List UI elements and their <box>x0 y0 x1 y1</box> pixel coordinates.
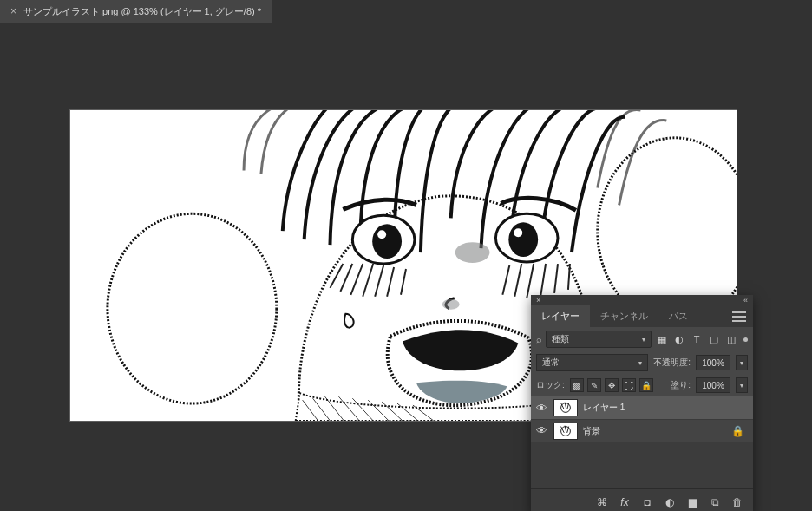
tab-layers[interactable]: レイヤー <box>531 305 590 327</box>
lock-row: ロック: ▩ ✎ ✥ ⛶ 🔒 塗り: 100% ▾ <box>531 374 753 396</box>
fill-label: 塗り: <box>671 379 691 391</box>
link-layers-icon[interactable]: ⌘ <box>595 495 609 509</box>
fill-dropdown-icon[interactable]: ▾ <box>736 377 748 393</box>
layer-kind-select[interactable]: 種類 ▾ <box>546 331 652 348</box>
lock-icon: 🔒 <box>731 425 744 437</box>
document-tab[interactable]: × サンプルイラスト.png @ 133% (レイヤー 1, グレー/8) * <box>0 0 272 23</box>
layers-empty-area <box>531 442 753 488</box>
panel-menu-icon[interactable] <box>732 311 746 322</box>
visibility-icon[interactable]: 👁 <box>534 402 548 415</box>
filter-type-icon[interactable]: T <box>690 332 704 346</box>
lock-pixels-icon[interactable]: ✎ <box>587 378 601 392</box>
panel-bottom-bar: ⌘ fx ◘ ◐ ▆ ⧉ 🗑 <box>531 488 753 511</box>
lock-position-icon[interactable]: ✥ <box>605 378 619 392</box>
svg-point-8 <box>514 228 522 237</box>
panel-close-icon[interactable]: × <box>536 296 540 305</box>
lock-artboard-icon[interactable]: ⛶ <box>622 378 636 392</box>
chevron-down-icon: ▾ <box>642 336 645 344</box>
panel-dragbar[interactable]: × « <box>531 295 753 305</box>
filter-toggle-icon[interactable] <box>743 337 748 342</box>
document-tab-title: サンプルイラスト.png @ 133% (レイヤー 1, グレー/8) * <box>23 5 261 18</box>
layer-item[interactable]: 👁 レイヤー 1 <box>531 396 753 419</box>
layer-item[interactable]: 👁 背景 🔒 <box>531 419 753 442</box>
tab-channels[interactable]: チャンネル <box>590 305 658 327</box>
layer-kind-label: 種類 <box>552 333 569 345</box>
blend-mode-label: 通常 <box>542 357 560 369</box>
tab-paths[interactable]: パス <box>658 305 698 327</box>
svg-point-5 <box>377 230 386 239</box>
lock-label: ロック: <box>536 379 565 391</box>
layer-name[interactable]: 背景 <box>583 425 726 437</box>
chevron-down-icon: ▾ <box>638 359 642 367</box>
opacity-label: 不透明度: <box>653 357 691 369</box>
delete-layer-icon[interactable]: 🗑 <box>730 495 744 509</box>
blend-mode-select[interactable]: 通常 ▾ <box>536 354 648 371</box>
opacity-dropdown-icon[interactable]: ▾ <box>736 355 748 370</box>
panel-collapse-icon[interactable]: « <box>743 296 748 305</box>
filter-adjust-icon[interactable]: ◐ <box>672 332 686 346</box>
filter-smart-icon[interactable]: ◫ <box>724 332 738 346</box>
svg-point-23 <box>442 299 460 310</box>
document-tab-bar: × サンプルイラスト.png @ 133% (レイヤー 1, グレー/8) * <box>0 0 812 23</box>
layer-thumbnail[interactable] <box>553 399 578 416</box>
blend-row: 通常 ▾ 不透明度: 100% ▾ <box>531 351 753 374</box>
lock-icons: ▩ ✎ ✥ ⛶ 🔒 <box>570 378 653 392</box>
svg-point-1 <box>108 213 277 403</box>
layers-panel: × « レイヤー チャンネル パス ⌕ 種類 ▾ ▦ ◐ T ▢ ◫ <box>531 295 753 511</box>
fill-value[interactable]: 100% <box>696 377 730 393</box>
svg-point-4 <box>372 224 402 259</box>
adjustment-layer-icon[interactable]: ◐ <box>663 495 677 509</box>
filter-shape-icon[interactable]: ▢ <box>707 332 721 346</box>
layer-name[interactable]: レイヤー 1 <box>583 402 750 414</box>
new-layer-icon[interactable]: ⧉ <box>708 495 722 509</box>
workspace: × « レイヤー チャンネル パス ⌕ 種類 ▾ ▦ ◐ T ▢ ◫ <box>0 23 812 511</box>
panel-tabs: レイヤー チャンネル パス <box>531 305 753 327</box>
add-mask-icon[interactable]: ◘ <box>640 495 654 509</box>
opacity-value[interactable]: 100% <box>696 355 730 370</box>
lock-transparent-icon[interactable]: ▩ <box>570 378 584 392</box>
close-tab-icon[interactable]: × <box>10 5 16 17</box>
layer-fx-icon[interactable]: fx <box>618 495 632 509</box>
visibility-icon[interactable]: 👁 <box>534 424 548 437</box>
svg-point-7 <box>508 222 538 257</box>
svg-point-22 <box>455 242 490 263</box>
search-icon: ⌕ <box>536 334 542 344</box>
filter-icons: ▦ ◐ T ▢ ◫ <box>655 332 748 346</box>
lock-all-icon[interactable]: 🔒 <box>639 378 653 392</box>
group-layers-icon[interactable]: ▆ <box>685 495 699 509</box>
layer-filter-row: ⌕ 種類 ▾ ▦ ◐ T ▢ ◫ <box>531 327 753 351</box>
layer-thumbnail[interactable] <box>553 423 578 440</box>
filter-pixel-icon[interactable]: ▦ <box>655 332 669 346</box>
layers-list: 👁 レイヤー 1 👁 背景 🔒 <box>531 396 753 442</box>
